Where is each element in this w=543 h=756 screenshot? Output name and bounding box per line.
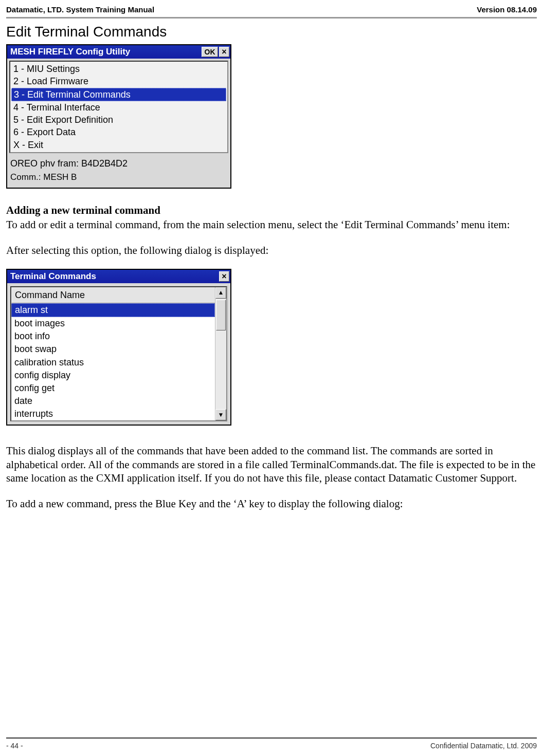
command-listbox[interactable]: Command Name alarm st boot images boot i… [10,286,227,422]
header-right: Version 08.14.09 [477,5,537,14]
page-number: - 44 - [6,742,23,750]
scroll-thumb[interactable] [216,300,226,330]
titlebar[interactable]: Terminal Commands × [7,270,230,283]
paragraph-intro: To add or edit a terminal command, from … [6,218,537,231]
window-title: Terminal Commands [10,271,96,282]
status-line-1: OREO phv fram: B4D2B4D2 [7,155,230,171]
main-menu-list[interactable]: 1 - MIU Settings 2 - Load Firmware 3 - E… [9,61,228,153]
footer-divider [6,737,537,739]
list-item[interactable]: date [11,395,215,408]
menu-item-miu-settings[interactable]: 1 - MIU Settings [11,63,226,75]
scroll-track[interactable] [215,299,226,410]
paragraph-dialog-description: This dialog displays all of the commands… [6,444,537,485]
scroll-down-icon[interactable]: ▼ [215,409,226,420]
scrollbar[interactable]: ▲ ▼ [215,287,226,421]
menu-item-terminal-interface[interactable]: 4 - Terminal Interface [11,101,226,114]
header-left: Datamatic, LTD. System Training Manual [6,5,154,14]
list-item[interactable]: config get [11,382,215,395]
titlebar[interactable]: MESH FIREFLY Config Utility OK × [7,45,230,59]
subheading-adding-command: Adding a new terminal command [6,204,537,217]
list-item[interactable]: alarm st [11,303,215,317]
menu-item-edit-terminal-commands[interactable]: 3 - Edit Terminal Commands [11,88,226,101]
terminal-commands-window: Terminal Commands × Command Name alarm s… [6,269,231,426]
list-item[interactable]: interrupts [11,408,215,420]
header-divider [6,17,537,19]
menu-item-exit[interactable]: X - Exit [11,139,226,151]
close-icon[interactable]: × [219,271,229,282]
column-header-command-name[interactable]: Command Name [11,287,215,303]
page-title: Edit Terminal Commands [6,24,537,40]
footer-confidential: Confidential Datamatic, Ltd. 2009 [430,742,537,750]
list-item[interactable]: boot images [11,317,215,330]
ok-button[interactable]: OK [202,47,218,57]
menu-item-edit-export-definition[interactable]: 5 - Edit Export Definition [11,114,226,126]
list-item[interactable]: boot info [11,330,215,343]
menu-item-export-data[interactable]: 6 - Export Data [11,126,226,138]
close-icon[interactable]: × [219,47,229,57]
status-line-2: Comm.: MESH B [7,171,230,188]
mesh-config-window: MESH FIREFLY Config Utility OK × 1 - MIU… [6,44,231,189]
paragraph-add-instruction: To add a new command, press the Blue Key… [6,497,537,510]
window-title: MESH FIREFLY Config Utility [10,47,130,57]
list-item[interactable]: boot swap [11,343,215,356]
list-item[interactable]: config display [11,369,215,382]
list-item[interactable]: calibration status [11,356,215,369]
paragraph-after-select: After selecting this option, the followi… [6,244,537,257]
scroll-up-icon[interactable]: ▲ [215,287,226,299]
menu-item-load-firmware[interactable]: 2 - Load Firmware [11,75,226,87]
